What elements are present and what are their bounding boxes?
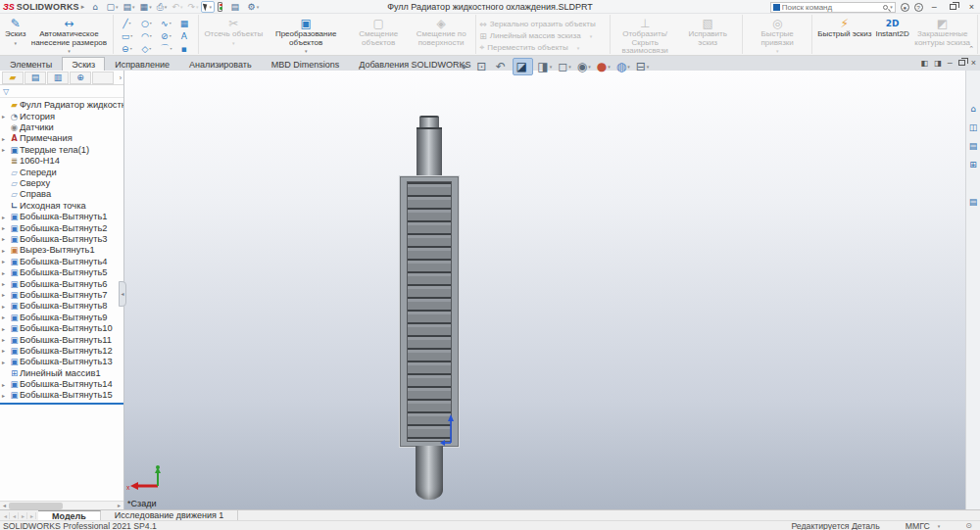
shaded-sketch-contours-button[interactable]: ◩ Закрашенные контуры эскиза ▾	[911, 16, 974, 55]
tree-item[interactable]: ▸ ▣ Бобышка-Вытянуть5	[0, 266, 123, 277]
zoom-area-icon[interactable]: ⊡ ▾	[474, 59, 492, 74]
dropdown-arrow-icon[interactable]: ▾	[130, 33, 132, 38]
task-list-icon[interactable]: ▤ ▾	[229, 1, 245, 13]
fm-tabs-overflow-icon[interactable]: ›	[120, 74, 122, 81]
tree-item[interactable]: ▸ ▱ Сверху	[0, 177, 123, 188]
tree-item[interactable]: ▸ ∟ Исходная точка	[0, 200, 123, 211]
offset-entities-button[interactable]: ▢ Смещение объектов ▾	[347, 16, 410, 55]
view-orientation-icon[interactable]: ◨ ▾	[535, 59, 554, 74]
tree-item[interactable]: ▸ ▣ Бобышка-Вытянуть9	[0, 312, 123, 322]
minimize-button[interactable]: –	[928, 1, 941, 13]
surface-offset-button[interactable]: ◈ Смещение по поверхности ▾	[410, 16, 472, 55]
property-manager-tab-icon[interactable]: ▤	[24, 72, 46, 84]
hide-show-items-icon[interactable]: ◉ ▾	[575, 59, 593, 74]
command-tab[interactable]: Исправление	[105, 57, 179, 71]
close-button[interactable]: ×	[965, 1, 978, 13]
doc-restore-button[interactable]	[958, 58, 965, 68]
previous-view-icon[interactable]: ↶ ▾	[494, 59, 512, 74]
save-icon[interactable]: ▦ ▾	[138, 1, 154, 13]
tree-item[interactable]: ▸ ▣ Бобышка-Вытянуть4	[0, 256, 123, 266]
expand-arrow-icon[interactable]: ▸	[2, 247, 9, 254]
select-arrow-icon[interactable]: ▾	[201, 1, 215, 13]
tree-item[interactable]: ▸ ▣ Вырез-Вытянуть1	[0, 245, 123, 256]
circle-tool-icon[interactable]: ○ ▾	[136, 19, 156, 28]
sketch-picture-tool-icon[interactable]: ▦ ▾	[175, 19, 195, 28]
model-tab[interactable]: Модель	[38, 510, 101, 520]
dropdown-arrow-icon[interactable]: ▾	[232, 40, 235, 46]
dropdown-arrow-icon[interactable]: ▾	[257, 4, 260, 10]
command-tab[interactable]: Эскиз	[62, 57, 105, 71]
dropdown-arrow-icon[interactable]: ▾	[170, 46, 172, 51]
units-dropdown-icon[interactable]: ▾	[938, 523, 941, 529]
tree-item[interactable]: ▸ A Примечания	[0, 133, 123, 144]
filter-funnel-icon[interactable]: ▽	[3, 87, 9, 96]
dropdown-arrow-icon[interactable]: ▾	[129, 21, 131, 25]
tree-item[interactable]: ▸ ▣ Бобышка-Вытянуть3	[0, 233, 123, 244]
solidworks-resources-icon[interactable]	[967, 84, 979, 96]
rollback-bar[interactable]	[0, 403, 123, 405]
tree-filter-row[interactable]: ▽	[0, 85, 123, 98]
undo-icon[interactable]: ↶ ▾	[170, 1, 184, 13]
featuremanager-tree-tab-icon[interactable]: ▰	[2, 72, 24, 84]
account-icon[interactable]: ●	[901, 3, 909, 12]
tree-item[interactable]: ▸ ▣ Бобышка-Вытянуть15	[0, 390, 123, 401]
tree-horizontal-scrollbar[interactable]: ◂ ▸	[0, 501, 123, 509]
view-palette-icon[interactable]: ⊞	[967, 159, 979, 170]
fillet-tool-icon[interactable]: ⌒ ▾	[156, 42, 175, 55]
scrollbar-thumb[interactable]	[9, 503, 63, 509]
tree-item[interactable]: ▸ ▣ Бобышка-Вытянуть11	[0, 334, 123, 345]
command-tab[interactable]: Элементы	[0, 57, 62, 71]
home-icon[interactable]: ⌂ ▾	[90, 1, 103, 13]
mirror-entities-button[interactable]: ⇔ Зеркально отразить объекты ▾	[479, 19, 607, 29]
tree-item[interactable]: ▸ ▣ Бобышка-Вытянуть13	[0, 357, 123, 367]
custom-properties-icon[interactable]: ▤	[967, 196, 979, 208]
dropdown-arrow-icon[interactable]: ▾	[577, 45, 580, 51]
dropdown-arrow-icon[interactable]: ▾	[776, 48, 779, 54]
expand-arrow-icon[interactable]: ▸	[2, 359, 9, 365]
dropdown-arrow-icon[interactable]: ▾	[170, 21, 172, 25]
dropdown-arrow-icon[interactable]: ▾	[627, 64, 630, 70]
last-tab-icon[interactable]: ▸	[28, 512, 36, 519]
first-tab-icon[interactable]: ◂	[2, 512, 10, 519]
open-icon[interactable]: ▤ ▾	[122, 1, 137, 13]
ribbon-collapse-icon[interactable]: ⌃	[968, 45, 974, 53]
expand-arrow-icon[interactable]: ▸	[2, 280, 9, 287]
line-tool-icon[interactable]: ╱ ▾	[117, 19, 136, 28]
dropdown-arrow-icon[interactable]: ▾	[550, 64, 553, 70]
tree-item[interactable]: ▸ ▱ Справа	[0, 189, 123, 200]
expand-arrow-icon[interactable]: ▸	[2, 347, 9, 354]
dropdown-arrow-icon[interactable]: ▾	[132, 4, 135, 10]
spline-tool-icon[interactable]: ∿ ▾	[156, 19, 175, 28]
prev-tab-icon[interactable]: ◂	[11, 512, 19, 519]
file-explorer-icon[interactable]: ▤	[967, 140, 979, 152]
graphics-viewport[interactable]: x *Сзади	[124, 71, 965, 509]
tree-item[interactable]: ▸ ▣ Бобышка-Вытянуть14	[0, 378, 123, 389]
expand-arrow-icon[interactable]: ▸	[2, 381, 9, 388]
expand-arrow-icon[interactable]: ▸	[2, 113, 9, 120]
dropdown-arrow-icon[interactable]: ▾	[305, 48, 308, 54]
dimxpert-manager-tab-icon[interactable]: ⊕	[70, 72, 91, 84]
tree-item[interactable]: ▸ ▣ Бобышка-Вытянуть1	[0, 212, 123, 222]
dropdown-arrow-icon[interactable]: ▾	[116, 4, 119, 10]
print-icon[interactable]: ⎙ ▾	[155, 1, 170, 13]
doc-minimize-button[interactable]: –	[948, 58, 953, 68]
new-document-icon[interactable]: ▢ ▾	[105, 1, 121, 13]
slot-tool-icon[interactable]: ⊖ ▾	[117, 44, 136, 54]
instant2d-button[interactable]: 2D Instant2D ▾	[873, 16, 910, 47]
tree-root-item[interactable]: ▰ Фулл Радиатор жидкостного охлаждения	[0, 99, 123, 111]
configuration-manager-tab-icon[interactable]: ▥	[47, 72, 69, 84]
dropdown-arrow-icon[interactable]: ▾	[590, 33, 593, 39]
dropdown-arrow-icon[interactable]: ▾	[149, 4, 152, 10]
polygon-tool-icon[interactable]: ◇ ▾	[136, 44, 156, 54]
expand-arrow-icon[interactable]: ▸	[2, 269, 9, 276]
arc-tool-icon[interactable]: ◠ ▾	[136, 31, 156, 41]
tree-item[interactable]: ▸ ≣ 1060-H14	[0, 156, 123, 167]
options-gear-icon[interactable]: ⚙ ▾	[246, 1, 262, 13]
dropdown-arrow-icon[interactable]: ▾	[165, 4, 168, 10]
rapid-sketch-button[interactable]: ⚡ Быстрый эскиз ▾	[815, 16, 873, 47]
design-library-icon[interactable]: ◫	[967, 121, 979, 133]
quick-snaps-button[interactable]: ◎ Быстрые привязки ▾	[746, 16, 808, 55]
expand-arrow-icon[interactable]: ▸	[2, 291, 9, 298]
model-radiator-body[interactable]	[400, 176, 459, 447]
tree-item[interactable]: ▸ ▣ Бобышка-Вытянуть12	[0, 345, 123, 356]
